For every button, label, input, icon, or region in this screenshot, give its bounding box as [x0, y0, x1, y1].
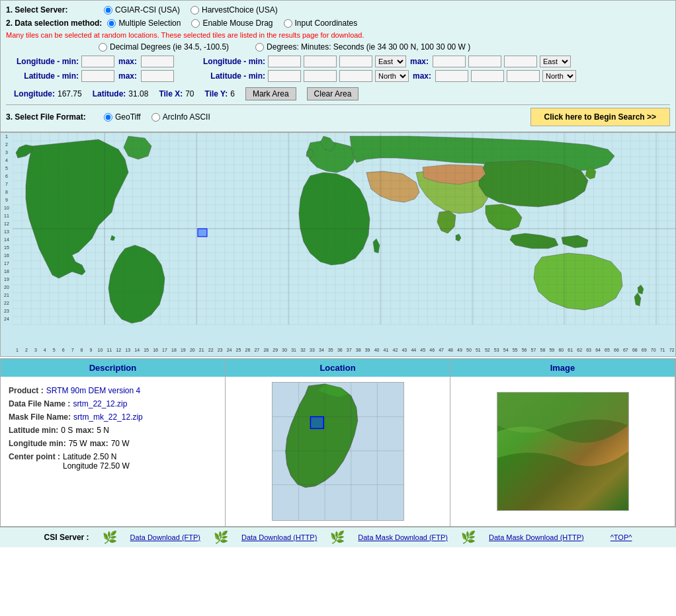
tile-x-value: 70: [185, 89, 194, 98]
data-selection-radio-group: Multiple Selection Enable Mouse Drag Inp…: [107, 19, 357, 28]
location-header: Location: [226, 359, 450, 377]
mark-area-button[interactable]: Mark Area: [245, 87, 296, 100]
top-link[interactable]: ^TOP^: [611, 533, 632, 541]
col-num: 70: [649, 348, 658, 352]
col-num: 36: [335, 348, 345, 352]
results-body: Product : SRTM 90m DEM version 4 Data Fi…: [1, 377, 675, 526]
lat-dms-max-1[interactable]: [435, 70, 468, 82]
server-cgiar-option[interactable]: CGIAR-CSI (USA): [104, 5, 180, 15]
col-num: 20: [188, 348, 197, 352]
data-mask-http-link[interactable]: Data Mask Download (HTTP): [489, 533, 584, 541]
latitude-info: Latitude: 31.08: [93, 89, 149, 98]
search-button[interactable]: Click here to Begin Search >>: [530, 108, 670, 126]
arcinfo-option[interactable]: ArcInfo ASCII: [151, 112, 210, 122]
selection-mouse-radio[interactable]: [191, 19, 200, 28]
product-val: SRTM 90m DEM version 4: [46, 386, 140, 395]
server-cgiar-radio[interactable]: [104, 6, 112, 15]
lat-dms-max-2[interactable]: [471, 70, 504, 82]
lat-dms-3[interactable]: [339, 70, 372, 82]
geotiff-option[interactable]: GeoTiff: [104, 112, 141, 122]
max-label-2: max:: [118, 71, 137, 81]
results-header: Description Location Image: [1, 359, 675, 377]
lat-dms-2[interactable]: [304, 70, 337, 82]
description-header: Description: [1, 359, 226, 377]
col-num: 27: [252, 348, 261, 352]
lat-dms-max-3[interactable]: [507, 70, 540, 82]
clear-area-button[interactable]: Clear Area: [307, 87, 359, 100]
lon-dms-2[interactable]: [304, 56, 337, 67]
col-num: 11: [105, 348, 114, 352]
lon-dms-max-3[interactable]: [504, 56, 537, 67]
geotiff-radio[interactable]: [104, 113, 112, 122]
longitude-min-input-1[interactable]: [81, 56, 114, 67]
world-map-svg[interactable]: // We'll draw grid inline via JS after: [13, 133, 676, 338]
selection-multiple-radio[interactable]: [107, 19, 116, 28]
data-mask-ftp-link[interactable]: Data Mask Download (FTP): [358, 533, 448, 541]
tile-y-value: 6: [230, 89, 235, 98]
col-num: 3: [31, 348, 40, 352]
data-selection-label: 2. Data selection method:: [6, 19, 102, 28]
dms-option[interactable]: Degrees: Minutes: Seconds (ie 34 30 00 N…: [255, 42, 470, 52]
row-num: 9: [1, 196, 13, 204]
col-num: 29: [271, 348, 280, 352]
decimal-degrees-option[interactable]: Decimal Degrees (ie 34.5, -100.5): [99, 42, 229, 52]
lon-dms-max-1[interactable]: [433, 56, 466, 67]
latitude-info-value: 31.08: [128, 89, 148, 98]
col-num: 51: [474, 348, 483, 352]
col-num: 54: [501, 348, 511, 352]
dms-radio[interactable]: [255, 43, 264, 52]
row-num: 19: [1, 276, 13, 284]
row-numbers: 1 2 3 4 5 6 7 8 9 10 11 12 13 14 15 16 1…: [1, 133, 13, 323]
lon-dms-max-2[interactable]: [468, 56, 501, 67]
http-icon-2: 🌿: [461, 530, 476, 545]
server-harvest-radio[interactable]: [190, 6, 199, 15]
latitude-min-input-1[interactable]: [81, 70, 114, 82]
data-download-ftp-link[interactable]: Data Download (FTP): [130, 533, 200, 541]
selection-mouse-option[interactable]: Enable Mouse Drag: [191, 19, 273, 28]
selection-input-radio[interactable]: [284, 19, 292, 28]
lat-dms-1[interactable]: [268, 70, 301, 82]
col-num: 68: [630, 348, 640, 352]
row-num: 22: [1, 299, 13, 307]
col-num: 9: [87, 348, 96, 352]
col-num: 25: [234, 348, 243, 352]
row-num: 8: [1, 188, 13, 196]
product-key: Product :: [9, 386, 44, 395]
latitude-max-input-1[interactable]: [141, 70, 174, 82]
north-select-1[interactable]: North South: [375, 70, 409, 82]
selection-input-option[interactable]: Input Coordinates: [284, 19, 358, 28]
decimal-degrees-radio[interactable]: [99, 43, 107, 52]
col-num: 5: [50, 348, 59, 352]
server-label: 1. Select Server:: [6, 5, 99, 15]
longitude-info: Longitude: 167.75: [14, 89, 82, 98]
col-num: 8: [77, 348, 87, 352]
data-download-http-link[interactable]: Data Download (HTTP): [241, 533, 317, 541]
col-num: 1: [13, 348, 22, 352]
lat-min-item: Latitude min: 0 S max: 5 N: [9, 426, 217, 435]
selection-input-label: Input Coordinates: [295, 19, 358, 28]
north-select-2[interactable]: North South: [542, 70, 576, 82]
selection-multiple-option[interactable]: Multiple Selection: [107, 19, 181, 28]
lon-dms-1[interactable]: [268, 56, 301, 67]
row-num: 15: [1, 244, 13, 252]
col-num: 71: [658, 348, 667, 352]
selection-multiple-label: Multiple Selection: [118, 19, 181, 28]
csi-server-label: CSI Server :: [44, 533, 89, 542]
col-num: 65: [603, 348, 612, 352]
lon-dms-3[interactable]: [339, 56, 372, 67]
col-num: 43: [400, 348, 409, 352]
col-num: 23: [216, 348, 225, 352]
arcinfo-radio[interactable]: [151, 113, 160, 122]
col-num: 15: [142, 348, 151, 352]
col-num: 31: [289, 348, 298, 352]
east-select-1[interactable]: East West: [375, 56, 406, 67]
longitude-max-input-1[interactable]: [141, 56, 174, 67]
center-val2: Longitude 72.50 W: [63, 461, 130, 471]
row-num: 14: [1, 236, 13, 244]
server-harvest-option[interactable]: HarvestChoice (USA): [190, 5, 278, 15]
east-select-2[interactable]: East West: [540, 56, 571, 67]
latitude-min-label-dms: Latitude - min:: [192, 71, 265, 81]
geotiff-label: GeoTiff: [115, 112, 141, 122]
svg-rect-116: [310, 417, 323, 429]
col-num: 48: [446, 348, 455, 352]
